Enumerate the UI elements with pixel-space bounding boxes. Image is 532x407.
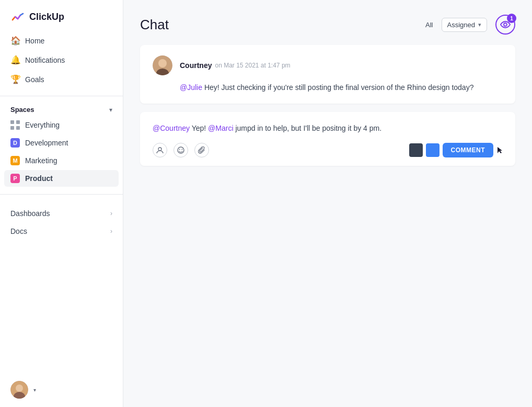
divider-1 (0, 96, 123, 96)
spaces-title: Spaces (10, 106, 34, 114)
sidebar-item-development[interactable]: D Development (4, 134, 119, 151)
reply-tools (153, 143, 209, 157)
eye-badge-button[interactable]: 1 (495, 15, 515, 35)
everything-grid-icon (10, 120, 20, 130)
user-tool-icon[interactable] (153, 143, 167, 157)
logo-text: ClickUp (29, 12, 64, 22)
dashboards-label: Dashboards (10, 209, 50, 218)
filter-all-button[interactable]: All (425, 21, 433, 29)
sidebar-footer[interactable]: ▾ (0, 372, 123, 407)
chat-header: Chat All Assigned ▾ 1 (123, 0, 532, 45)
page-title: Chat (140, 17, 169, 33)
mention-courtney: @Courtney (153, 124, 190, 132)
svg-point-5 (158, 59, 167, 67)
sidebar-item-home[interactable]: 🏠 Home (4, 31, 119, 50)
product-space-icon: P (10, 174, 20, 183)
reply-text: @Courtney Yep! @Marci jumpd in to help, … (153, 122, 503, 134)
sidebar-item-dashboards[interactable]: Dashboards › (4, 205, 119, 222)
mention-julie: @Julie (180, 83, 202, 92)
sidebar-item-development-label: Development (25, 139, 68, 147)
reply-text-2: jumpd in to help, but I'll be positng it… (234, 124, 382, 132)
sidebar-item-home-label: Home (25, 37, 44, 45)
sidebar-item-docs[interactable]: Docs › (4, 223, 119, 240)
home-icon: 🏠 (10, 36, 20, 46)
docs-chevron-icon: › (110, 228, 112, 235)
sidebar-item-goals[interactable]: 🏆 Goals (4, 70, 119, 88)
main-content: Chat All Assigned ▾ 1 (123, 0, 532, 407)
format-button-dark[interactable] (409, 143, 423, 157)
notification-badge: 1 (507, 14, 516, 23)
svg-point-1 (16, 385, 23, 392)
chat-messages-area: Courtney on Mar 15 2021 at 1:47 pm @Juli… (123, 45, 532, 407)
development-space-icon: D (10, 138, 20, 148)
message-header-1: Courtney on Mar 15 2021 at 1:47 pm (153, 55, 503, 75)
svg-point-10 (182, 149, 183, 150)
message-time-1: on Mar 15 2021 at 1:47 pm (215, 62, 290, 69)
sidebar-item-marketing-label: Marketing (25, 156, 57, 165)
message-meta-1: Courtney on Mar 15 2021 at 1:47 pm (180, 61, 291, 70)
sidebar-item-goals-label: Goals (25, 75, 44, 84)
divider-2 (0, 194, 123, 195)
sidebar-item-product-label: Product (25, 174, 53, 183)
sidebar-item-marketing[interactable]: M Marketing (4, 152, 119, 169)
message-card-1: Courtney on Mar 15 2021 at 1:47 pm @Juli… (140, 45, 515, 104)
user-avatar (10, 381, 28, 399)
sidebar-navigation: 🏠 Home 🔔 Notifications 🏆 Goals (0, 31, 123, 89)
sidebar-item-everything[interactable]: Everything (4, 117, 119, 133)
sidebar: ClickUp 🏠 Home 🔔 Notifications 🏆 Goals S… (0, 0, 123, 407)
svg-point-3 (504, 23, 507, 26)
comment-button[interactable]: COMMENT (443, 143, 494, 157)
message-body-text-1: Hey! Just checking if you're still posti… (202, 83, 473, 92)
filter-chevron-icon: ▾ (478, 21, 481, 28)
user-menu-chevron-icon: ▾ (33, 387, 36, 393)
trophy-icon: 🏆 (10, 74, 20, 84)
clickup-logo-icon (10, 9, 25, 24)
mention-marci: @Marci (208, 124, 233, 132)
svg-point-9 (179, 149, 180, 150)
format-button-blue[interactable] (426, 143, 440, 157)
cursor-icon (496, 146, 503, 154)
sidebar-item-product[interactable]: P Product (4, 170, 119, 187)
dashboards-chevron-icon: › (110, 210, 112, 217)
filter-assigned-label: Assigned (447, 21, 475, 29)
sidebar-item-notifications[interactable]: 🔔 Notifications (4, 51, 119, 69)
svg-point-7 (158, 148, 161, 151)
bell-icon: 🔔 (10, 55, 20, 65)
reply-actions: COMMENT (409, 143, 503, 157)
sidebar-item-notifications-label: Notifications (25, 56, 65, 64)
sidebar-section-bottom: Dashboards › Docs › (0, 205, 123, 241)
attachment-tool-icon[interactable] (194, 143, 209, 157)
reply-text-1: Yep! (190, 124, 208, 132)
docs-label: Docs (10, 227, 27, 235)
sidebar-logo[interactable]: ClickUp (0, 0, 123, 31)
chat-header-controls: All Assigned ▾ 1 (425, 15, 515, 35)
message-body-1: @Julie Hey! Just checking if you're stil… (153, 82, 503, 93)
sidebar-item-everything-label: Everything (25, 121, 60, 129)
chevron-down-icon: ▾ (109, 106, 112, 114)
reply-box: @Courtney Yep! @Marci jumpd in to help, … (140, 112, 515, 165)
marketing-space-icon: M (10, 156, 20, 165)
spaces-section-header[interactable]: Spaces ▾ (0, 103, 123, 117)
courtney-avatar (153, 55, 172, 75)
filter-assigned-dropdown[interactable]: Assigned ▾ (442, 18, 487, 32)
emoji-tool-icon[interactable] (174, 143, 188, 157)
reply-toolbar: COMMENT (153, 143, 503, 157)
message-author-1: Courtney (180, 61, 212, 70)
